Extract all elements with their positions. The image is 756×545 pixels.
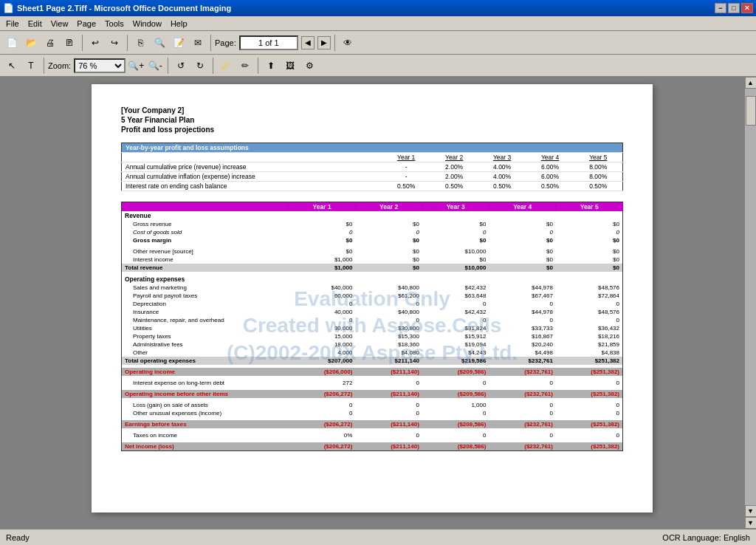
assump-col5: Year 5 [574, 153, 623, 162]
separator-1 [82, 35, 83, 51]
scroll-track[interactable] [745, 89, 757, 505]
gross-margin-row: Gross margin $0 $0 $0 $0 $0 [122, 236, 623, 244]
pointer-tool[interactable]: ↖ [3, 57, 21, 75]
separator-7 [213, 58, 213, 74]
undo-button[interactable]: ↩ [86, 34, 104, 52]
depreciation-row: Depreciation 0 0 0 0 0 [122, 300, 623, 308]
status-bar: Ready OCR Language: English [0, 529, 756, 545]
total-revenue-row: Total revenue $1,000 $0 $10,000 $0 $0 [122, 264, 623, 272]
content-area[interactable]: [Your Company 2] 5 Year Financial Plan P… [0, 77, 744, 529]
menu-edit[interactable]: Edit [24, 18, 47, 30]
window-title: Sheet1 Page 2.Tiff - Microsoft Office Do… [17, 4, 231, 13]
send-button[interactable]: ✉ [189, 34, 207, 52]
unusual-expenses-row: Other unusual expenses (income) 0 0 0 0 … [122, 409, 623, 417]
assump-col1: Year 1 [382, 153, 430, 162]
menu-view[interactable]: View [47, 18, 73, 30]
interest-expense-row: Interest expense on long-term debt 272 0… [122, 379, 623, 387]
menu-bar: File Edit View Page Tools Window Help [0, 16, 756, 31]
assump-col0 [122, 153, 382, 162]
earnings-before-taxes-row: Earnings before taxes ($206,272) ($211,1… [122, 420, 623, 428]
total-opex-row: Total operating expenses $207,000 $211,1… [122, 357, 623, 365]
menu-file[interactable]: File [1, 18, 24, 30]
find-button[interactable]: 🔍 [151, 34, 168, 52]
scroll-down2-button[interactable]: ▼ [745, 517, 757, 529]
menu-page[interactable]: Page [72, 18, 100, 30]
separator-5 [44, 58, 44, 74]
interest-income-row: Interest income $1,000 $0 $0 $0 $0 [122, 256, 623, 264]
assump-col4: Year 4 [526, 153, 574, 162]
loss-gain-row: Loss (gain) on sale of assets 0 0 1,000 … [122, 401, 623, 409]
doc-header: [Your Company 2] 5 Year Financial Plan P… [121, 106, 623, 134]
zoom-toolbar: ↖ T Zoom: 76 % 50 % 75 % 100 % 125 % 150… [0, 55, 756, 77]
prev-page-button[interactable]: ◀ [301, 36, 315, 49]
assump-row-2: Annual cumulative inflation (expense) in… [122, 172, 623, 182]
page-label: Page: [215, 38, 236, 47]
page-nav: Page: ◀ ▶ [215, 35, 331, 50]
opex-header: Operating expenses [122, 275, 623, 284]
image-button[interactable]: 🖼 [281, 57, 299, 75]
page-input[interactable] [239, 35, 298, 50]
assump-row-1: Annual cumulative price (revenue) increa… [122, 162, 623, 172]
ocr-button[interactable]: 📝 [170, 34, 188, 52]
cogs-row: Cost of goods sold 0 0 0 0 0 [122, 228, 623, 236]
utilities-row: Utilities 30,000 $30,800 $31,824 $33,733… [122, 324, 623, 332]
zoom-in-button[interactable]: 🔍+ [127, 57, 145, 75]
print-button[interactable]: 🖨 [41, 34, 59, 52]
section-title: Profit and loss projections [121, 126, 623, 134]
maximize-button[interactable]: □ [728, 3, 740, 13]
op-income-before-row: Operating income before other items ($20… [122, 390, 623, 398]
copy-button[interactable]: ⎘ [131, 34, 149, 52]
assumptions-table: Year-by-year profit and loss assumptions… [121, 143, 623, 191]
main-header-row: Year 1 Year 2 Year 3 Year 4 Year 5 [122, 202, 623, 212]
scroll-up-button[interactable]: ▲ [745, 77, 757, 89]
maintenance-row: Maintenance, repair, and overhead 0 0 0 … [122, 316, 623, 324]
other-revenue-row: Other revenue [source] $0 $0 $10,000 $0 … [122, 247, 623, 256]
settings-button[interactable]: ⚙ [300, 57, 318, 75]
menu-help[interactable]: Help [166, 18, 192, 30]
new-button[interactable]: 📄 [3, 34, 21, 52]
gross-revenue-row: Gross revenue $0 $0 $0 $0 $0 [122, 220, 623, 228]
company-name: [Your Company 2] [121, 106, 623, 114]
title-bar-controls: − □ ✕ [715, 3, 753, 13]
page-content: [Your Company 2] 5 Year Financial Plan P… [92, 84, 653, 513]
text-tool[interactable]: T [22, 57, 40, 75]
zoom-select[interactable]: 76 % 50 % 75 % 100 % 125 % 150 % [74, 58, 126, 73]
scrollbar-vertical[interactable]: ▲ ▼ ▼ [744, 77, 756, 529]
rotate-right-button[interactable]: ↻ [191, 57, 209, 75]
assumptions-header: Year-by-year profit and loss assumptions [122, 143, 623, 153]
menu-window[interactable]: Window [128, 18, 166, 30]
status-left: Ready [6, 533, 30, 542]
separator-6 [168, 58, 168, 74]
main-table-container: Year 1 Year 2 Year 3 Year 4 Year 5 Reven… [121, 202, 623, 451]
rotate-left-button[interactable]: ↺ [172, 57, 190, 75]
zoom-out-button[interactable]: 🔍- [146, 57, 164, 75]
view-button[interactable]: 👁 [339, 34, 357, 52]
title-bar: 📄 Sheet1 Page 2.Tiff - Microsoft Office … [0, 0, 756, 16]
assump-col3: Year 3 [478, 153, 526, 162]
annotate-button[interactable]: ✏ [236, 57, 254, 75]
assump-col2: Year 2 [430, 153, 478, 162]
export-button[interactable]: ⬆ [262, 57, 280, 75]
close-button[interactable]: ✕ [741, 3, 753, 13]
redo-button[interactable]: ↪ [106, 34, 123, 52]
sales-row: Sales and marketing $40,000 $40,800 $42,… [122, 284, 623, 292]
net-income-row: Net income (loss) ($206,272) ($211,140) … [122, 442, 623, 451]
status-right: OCR Language: English [662, 533, 750, 542]
plan-title: 5 Year Financial Plan [121, 116, 623, 124]
main-table: Year 1 Year 2 Year 3 Year 4 Year 5 Reven… [121, 202, 623, 451]
minimize-button[interactable]: − [715, 3, 726, 13]
open-button[interactable]: 📂 [22, 34, 40, 52]
highlight-button[interactable]: 🖊 [217, 57, 235, 75]
title-bar-left: 📄 Sheet1 Page 2.Tiff - Microsoft Office … [3, 3, 231, 13]
payroll-row: Payroll and payroll taxes 60,000 $61,200… [122, 292, 623, 300]
main-area: [Your Company 2] 5 Year Financial Plan P… [0, 77, 756, 529]
scan-button[interactable]: 🖹 [61, 34, 78, 52]
scroll-down-button[interactable]: ▼ [745, 505, 757, 517]
app-icon: 📄 [3, 3, 14, 13]
zoom-label: Zoom: [48, 61, 71, 70]
scroll-thumb[interactable] [746, 96, 756, 126]
taxes-row: Taxes on income 0% 0 0 0 0 [122, 431, 623, 439]
menu-tools[interactable]: Tools [100, 18, 128, 30]
admin-fees-row: Administrative fees 18,000 $18,360 $19,0… [122, 340, 623, 349]
next-page-button[interactable]: ▶ [317, 36, 331, 49]
